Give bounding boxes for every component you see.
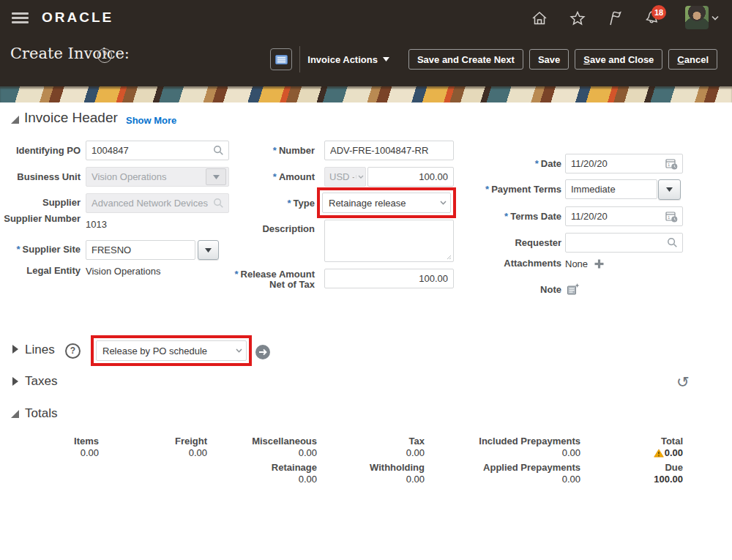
payment-terms-label: *Payment Terms bbox=[454, 184, 561, 195]
attachments-value: None bbox=[565, 258, 588, 269]
cancel-button[interactable]: Cancel bbox=[668, 49, 717, 70]
business-unit-field bbox=[86, 167, 229, 187]
lines-action-select[interactable]: Release by PO schedule bbox=[96, 340, 247, 361]
description-field[interactable] bbox=[324, 220, 454, 262]
warning-icon bbox=[654, 449, 664, 458]
oracle-logo: ORACLE bbox=[42, 10, 113, 26]
lines-section-title: Lines bbox=[25, 343, 55, 357]
toolbar-divider bbox=[299, 46, 300, 72]
totals-withholding: Withholding0.00 bbox=[337, 462, 425, 485]
release-amount-label: *Release Amount Net of Tax bbox=[232, 269, 315, 290]
save-and-create-next-button[interactable]: Save and Create Next bbox=[408, 49, 523, 70]
hamburger-menu-icon[interactable] bbox=[12, 12, 29, 23]
totals-due: Due100.00 bbox=[595, 462, 683, 485]
action-button-row: Invoice Actions Save and Create Next Sav… bbox=[270, 46, 717, 72]
supplier-number-value: 1013 bbox=[86, 219, 107, 230]
terms-date-input[interactable] bbox=[566, 211, 665, 222]
go-arrow-button[interactable] bbox=[255, 345, 270, 359]
taxes-section-title: Taxes bbox=[25, 374, 57, 389]
supplier-input bbox=[86, 198, 213, 209]
invoice-header-collapse-icon[interactable] bbox=[10, 115, 20, 124]
save-and-close-button[interactable]: Save and Close bbox=[575, 49, 662, 70]
amount-label: *Amount bbox=[232, 172, 315, 182]
totals-applied-prepayments: Applied Prepayments0.00 bbox=[434, 462, 580, 485]
create-invoice-page: ORACLE 18 Create Invoice: ? bbox=[0, 0, 732, 560]
requester-label: Requester bbox=[454, 238, 561, 248]
resize-handle-icon[interactable] bbox=[447, 255, 452, 260]
business-unit-input bbox=[86, 171, 206, 182]
search-icon[interactable] bbox=[667, 237, 678, 248]
add-note-icon[interactable] bbox=[567, 283, 580, 296]
invoice-header-section-title: Invoice Header bbox=[24, 110, 118, 126]
attachments-label: Attachments bbox=[454, 258, 561, 269]
payment-terms-dropdown-button[interactable] bbox=[658, 179, 681, 200]
requester-input[interactable] bbox=[566, 237, 667, 248]
amount-field[interactable] bbox=[367, 167, 454, 187]
calendar-icon[interactable]: 1 bbox=[665, 158, 678, 170]
supplier-site-label: *Supplier Site bbox=[0, 244, 81, 255]
lines-expand-icon[interactable] bbox=[12, 344, 19, 354]
type-select[interactable]: Retainage release bbox=[322, 193, 451, 213]
chevron-down-icon bbox=[232, 348, 246, 353]
totals-collapse-icon[interactable] bbox=[10, 409, 20, 419]
add-attachment-plus-icon[interactable] bbox=[594, 259, 604, 269]
currency-field bbox=[324, 167, 366, 187]
taxes-expand-icon[interactable] bbox=[12, 376, 19, 387]
type-label: *Type bbox=[232, 198, 315, 209]
date-field[interactable]: 1 bbox=[565, 154, 683, 173]
panel-toggle-button[interactable] bbox=[270, 48, 292, 70]
date-label: *Date bbox=[454, 159, 561, 169]
user-avatar[interactable] bbox=[685, 6, 709, 29]
totals-section-title: Totals bbox=[25, 406, 57, 421]
terms-date-label: *Terms Date bbox=[454, 212, 561, 222]
panel-icon bbox=[275, 55, 288, 64]
type-annotation-box: Retainage release bbox=[317, 187, 456, 218]
notification-count-badge: 18 bbox=[651, 5, 666, 20]
page-help-icon[interactable]: ? bbox=[97, 48, 112, 63]
favorites-star-icon[interactable] bbox=[569, 10, 586, 27]
save-button[interactable]: Save bbox=[529, 49, 569, 70]
requester-field[interactable] bbox=[565, 233, 683, 253]
identifying-po-field[interactable] bbox=[86, 141, 229, 160]
release-amount-field[interactable] bbox=[324, 269, 454, 288]
lines-annotation-box: Release by PO schedule bbox=[91, 335, 252, 366]
home-icon[interactable] bbox=[531, 10, 548, 27]
menu-caret-icon bbox=[383, 57, 389, 61]
legal-entity-value: Vision Operations bbox=[86, 266, 160, 277]
totals-retainage: Retainage0.00 bbox=[229, 462, 317, 485]
supplier-site-field[interactable] bbox=[86, 240, 195, 260]
decorative-banner bbox=[0, 86, 732, 102]
terms-date-field[interactable]: 1 bbox=[565, 206, 683, 226]
identifying-po-input[interactable] bbox=[86, 145, 213, 156]
watchlist-flag-icon[interactable] bbox=[607, 10, 624, 27]
amount-input[interactable] bbox=[368, 171, 453, 182]
supplier-site-dropdown-button[interactable] bbox=[198, 240, 219, 260]
description-input[interactable] bbox=[325, 220, 453, 261]
number-input[interactable] bbox=[325, 145, 453, 156]
payment-terms-field[interactable] bbox=[565, 179, 657, 199]
show-more-link[interactable]: Show More bbox=[126, 115, 176, 126]
lines-help-icon[interactable]: ? bbox=[65, 343, 81, 359]
refresh-icon[interactable]: ↺ bbox=[676, 375, 690, 389]
user-menu-chevron-icon[interactable] bbox=[712, 15, 719, 20]
supplier-number-label: Supplier Number bbox=[0, 214, 81, 224]
supplier-label: Supplier bbox=[0, 198, 81, 208]
date-input[interactable] bbox=[566, 158, 665, 169]
number-field[interactable] bbox=[324, 141, 454, 160]
release-amount-input[interactable] bbox=[325, 273, 453, 284]
business-unit-label: Business Unit bbox=[0, 172, 81, 182]
lines-action-value: Release by PO schedule bbox=[97, 346, 213, 356]
payment-terms-input[interactable] bbox=[566, 184, 657, 195]
currency-input bbox=[325, 171, 356, 182]
invoice-actions-menu[interactable]: Invoice Actions bbox=[307, 54, 389, 65]
totals-tax: Tax0.00 bbox=[337, 436, 425, 459]
calendar-icon[interactable]: 1 bbox=[665, 211, 678, 223]
note-label: Note bbox=[454, 285, 561, 295]
type-select-value: Retainage release bbox=[323, 198, 412, 209]
required-marker: * bbox=[16, 244, 20, 255]
supplier-field bbox=[86, 193, 229, 213]
totals-total: Total 0.00 bbox=[595, 436, 683, 459]
supplier-site-input[interactable] bbox=[86, 244, 195, 255]
search-icon-disabled bbox=[213, 198, 224, 209]
search-icon[interactable] bbox=[213, 145, 224, 156]
